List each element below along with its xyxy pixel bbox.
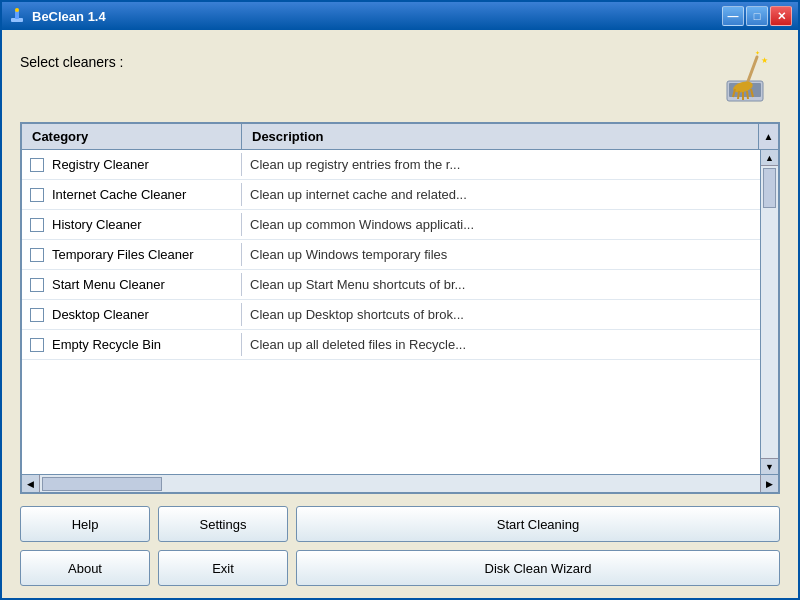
table-body: Registry CleanerClean up registry entrie… [22, 150, 760, 474]
scroll-right-button[interactable]: ▶ [760, 475, 778, 493]
scroll-down-arrow[interactable]: ▼ [761, 458, 778, 474]
category-text: Start Menu Cleaner [52, 277, 165, 292]
button-row-2: About Exit Disk Clean Wizard [20, 550, 780, 586]
description-cell: Clean up Windows temporary files [242, 243, 760, 266]
description-cell: Clean up registry entries from the r... [242, 153, 760, 176]
scroll-left-button[interactable]: ◀ [22, 475, 40, 493]
maximize-button[interactable]: □ [746, 6, 768, 26]
category-cell: Desktop Cleaner [22, 303, 242, 326]
row-checkbox[interactable] [30, 188, 44, 202]
category-cell: History Cleaner [22, 213, 242, 236]
svg-text:✦: ✦ [755, 50, 760, 56]
settings-button[interactable]: Settings [158, 506, 288, 542]
category-cell: Internet Cache Cleaner [22, 183, 242, 206]
app-icon-large: ★ ✦ [716, 46, 780, 110]
title-bar: BeClean 1.4 — □ ✕ [2, 2, 798, 30]
table-row: Start Menu CleanerClean up Start Menu sh… [22, 270, 760, 300]
row-checkbox[interactable] [30, 158, 44, 172]
vertical-scrollbar[interactable]: ▲ ▼ [760, 150, 778, 474]
svg-line-10 [747, 91, 748, 99]
main-window: BeClean 1.4 — □ ✕ Select cleaners : [0, 0, 800, 600]
svg-line-8 [738, 91, 739, 99]
category-text: Desktop Cleaner [52, 307, 149, 322]
scroll-thumb-h[interactable] [42, 477, 162, 491]
cleaners-table: Category Description ▲ Registry CleanerC… [20, 122, 780, 494]
about-button[interactable]: About [20, 550, 150, 586]
row-checkbox[interactable] [30, 218, 44, 232]
svg-point-2 [15, 8, 19, 12]
minimize-button[interactable]: — [722, 6, 744, 26]
category-cell: Start Menu Cleaner [22, 273, 242, 296]
header-row: Select cleaners : ★ ✦ [20, 46, 780, 110]
category-text: Internet Cache Cleaner [52, 187, 186, 202]
table-header: Category Description ▲ [22, 124, 778, 150]
row-checkbox[interactable] [30, 308, 44, 322]
scroll-thumb-v[interactable] [763, 168, 776, 208]
svg-text:★: ★ [761, 56, 768, 65]
description-cell: Clean up Desktop shortcuts of brok... [242, 303, 760, 326]
category-text: History Cleaner [52, 217, 142, 232]
button-row-1: Help Settings Start Cleaning [20, 506, 780, 542]
table-row: Desktop CleanerClean up Desktop shortcut… [22, 300, 760, 330]
help-button[interactable]: Help [20, 506, 150, 542]
description-column-header: Description [242, 124, 758, 149]
table-row: Registry CleanerClean up registry entrie… [22, 150, 760, 180]
disk-clean-wizard-button[interactable]: Disk Clean Wizard [296, 550, 780, 586]
table-body-wrapper: Registry CleanerClean up registry entrie… [22, 150, 778, 474]
category-column-header: Category [22, 124, 242, 149]
horizontal-scrollbar: ◀ ▶ [22, 474, 778, 492]
buttons-section: Help Settings Start Cleaning About Exit … [20, 506, 780, 586]
table-row: Internet Cache CleanerClean up internet … [22, 180, 760, 210]
description-cell: Clean up common Windows applicati... [242, 213, 760, 236]
category-text: Registry Cleaner [52, 157, 149, 172]
description-cell: Clean up internet cache and related... [242, 183, 760, 206]
table-row: Temporary Files CleanerClean up Windows … [22, 240, 760, 270]
category-cell: Registry Cleaner [22, 153, 242, 176]
category-cell: Temporary Files Cleaner [22, 243, 242, 266]
select-label: Select cleaners : [20, 54, 124, 70]
scroll-up-button[interactable]: ▲ [758, 124, 778, 149]
table-row: Empty Recycle BinClean up all deleted fi… [22, 330, 760, 360]
start-cleaning-button[interactable]: Start Cleaning [296, 506, 780, 542]
description-cell: Clean up all deleted files in Recycle... [242, 333, 760, 356]
table-row: History CleanerClean up common Windows a… [22, 210, 760, 240]
description-cell: Clean up Start Menu shortcuts of br... [242, 273, 760, 296]
row-checkbox[interactable] [30, 338, 44, 352]
window-title: BeClean 1.4 [32, 9, 722, 24]
app-icon-small [8, 7, 26, 25]
row-checkbox[interactable] [30, 248, 44, 262]
scroll-track-h [40, 476, 760, 492]
window-body: Select cleaners : ★ ✦ [2, 30, 798, 598]
row-checkbox[interactable] [30, 278, 44, 292]
scroll-up-arrow[interactable]: ▲ [761, 150, 778, 166]
category-text: Temporary Files Cleaner [52, 247, 194, 262]
category-text: Empty Recycle Bin [52, 337, 161, 352]
window-controls: — □ ✕ [722, 6, 792, 26]
category-cell: Empty Recycle Bin [22, 333, 242, 356]
close-button[interactable]: ✕ [770, 6, 792, 26]
exit-button[interactable]: Exit [158, 550, 288, 586]
svg-line-5 [747, 57, 757, 84]
